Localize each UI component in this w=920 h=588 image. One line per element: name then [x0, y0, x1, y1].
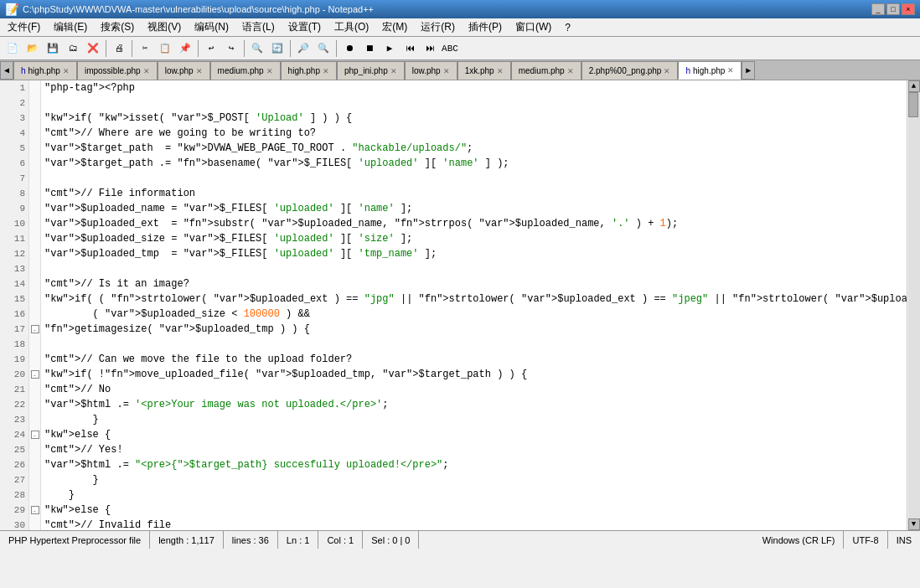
- menu-language[interactable]: 语言(L): [238, 19, 279, 35]
- line-number: 23: [0, 412, 25, 427]
- code-line: "var">$uploaded_size = "var">$_FILES[ 'u…: [44, 231, 907, 246]
- tab-label: medium.php: [218, 66, 264, 75]
- code-line: }: [44, 412, 907, 427]
- toolbar-separator-4: [244, 40, 245, 57]
- line-number: 4: [0, 126, 25, 141]
- tab-nav-left[interactable]: ◀: [0, 61, 13, 80]
- macro-next-button[interactable]: ⏭: [421, 39, 439, 58]
- close-button[interactable]: ❌: [84, 39, 102, 58]
- menu-window[interactable]: 窗口(W): [511, 19, 556, 35]
- editor: 1234567891011121314151617181920212223242…: [0, 80, 920, 530]
- tab-2-php-png[interactable]: 2.php%00_png.php ✕: [581, 61, 679, 80]
- replace-button[interactable]: 🔄: [268, 39, 287, 58]
- toolbar-separator-1: [106, 40, 106, 57]
- spellcheck-button[interactable]: ABC: [441, 39, 459, 58]
- tab-close-icon[interactable]: ✕: [497, 67, 504, 75]
- scroll-track[interactable]: [908, 92, 920, 518]
- status-bar: PHP Hypertext Preprocessor file length :…: [0, 530, 920, 549]
- minimize-button[interactable]: _: [871, 3, 885, 15]
- code-line: "cmt">// File information: [44, 186, 907, 201]
- line-number: 8: [0, 186, 25, 201]
- code-line: "var">$uploaded_name = "var">$_FILES[ 'u…: [44, 201, 907, 216]
- scroll-down-button[interactable]: ▼: [908, 518, 920, 530]
- code-line: ( "var">$uploaded_size < 100000 ) &&: [44, 307, 907, 322]
- tab-label: high.php: [288, 66, 320, 75]
- print-button[interactable]: 🖨: [110, 39, 128, 58]
- tab-php-ini[interactable]: php_ini.php ✕: [337, 61, 405, 80]
- tab-close-icon[interactable]: ✕: [63, 67, 70, 75]
- code-line: "cmt">// Yes!: [44, 442, 907, 457]
- tab-close-icon[interactable]: ✕: [443, 67, 450, 75]
- copy-button[interactable]: 📋: [156, 39, 174, 58]
- line-number: 28: [0, 487, 25, 503]
- tab-low-php-2[interactable]: low.php ✕: [405, 61, 457, 80]
- find-button[interactable]: 🔍: [248, 39, 266, 58]
- tab-high-php-active[interactable]: h high.php ✕: [678, 61, 742, 80]
- fold-cell: [29, 201, 40, 216]
- zoom-in-button[interactable]: 🔎: [294, 39, 313, 58]
- scroll-thumb[interactable]: [908, 92, 918, 117]
- code-area[interactable]: "php-tag"><?php "kw">if( "kw">isset( "va…: [41, 80, 907, 530]
- fold-marker[interactable]: -: [31, 325, 39, 333]
- menu-run[interactable]: 运行(R): [416, 19, 459, 35]
- menu-search[interactable]: 搜索(S): [96, 19, 138, 35]
- menu-plugins[interactable]: 插件(P): [464, 19, 506, 35]
- save-button[interactable]: 💾: [44, 39, 62, 58]
- code-line: [44, 337, 907, 352]
- tab-close-icon[interactable]: ✕: [390, 67, 397, 75]
- macro-record-button[interactable]: ⏺: [340, 39, 359, 58]
- menu-macro[interactable]: 宏(M): [378, 19, 411, 35]
- tab-icon: h: [685, 66, 690, 75]
- cut-button[interactable]: ✂: [136, 39, 154, 58]
- fold-cell: [29, 472, 40, 487]
- open-button[interactable]: 📂: [23, 39, 42, 58]
- tab-close-icon[interactable]: ✕: [664, 67, 670, 75]
- tab-close-icon[interactable]: ✕: [323, 67, 329, 75]
- menu-settings[interactable]: 设置(T): [284, 19, 325, 35]
- status-length: length : 1,117: [150, 531, 224, 549]
- fold-cell: [29, 186, 40, 201]
- maximize-button[interactable]: □: [886, 3, 900, 15]
- tab-high-php-1[interactable]: h high.php ✕: [13, 61, 77, 80]
- tab-medium-php-1[interactable]: medium.php ✕: [210, 61, 281, 80]
- window-controls[interactable]: _ □ ×: [871, 3, 915, 15]
- tab-impossible-php[interactable]: impossible.php ✕: [77, 61, 158, 80]
- redo-button[interactable]: ↪: [222, 39, 240, 58]
- menu-help[interactable]: ?: [561, 21, 575, 34]
- undo-button[interactable]: ↩: [202, 39, 220, 58]
- fold-cell: [29, 261, 40, 276]
- fold-marker[interactable]: -: [31, 506, 39, 514]
- zoom-out-button[interactable]: 🔍: [314, 39, 333, 58]
- tab-close-icon[interactable]: ✕: [266, 67, 273, 75]
- tab-medium-php-2[interactable]: medium.php ✕: [511, 61, 581, 80]
- line-number: 13: [0, 261, 25, 276]
- close-button[interactable]: ×: [902, 3, 915, 15]
- status-lines: lines : 36: [224, 531, 278, 549]
- tab-close-icon[interactable]: ✕: [143, 67, 150, 75]
- save-all-button[interactable]: 🗂: [64, 39, 82, 58]
- macro-prev-button[interactable]: ⏮: [401, 39, 419, 58]
- new-button[interactable]: 📄: [3, 39, 22, 58]
- menu-file[interactable]: 文件(F): [3, 19, 44, 35]
- tab-high-php-2[interactable]: high.php ✕: [281, 61, 337, 80]
- vertical-scrollbar[interactable]: ▲ ▼: [907, 80, 920, 530]
- fold-cell: [29, 352, 40, 367]
- macro-play-button[interactable]: ▶: [380, 39, 399, 58]
- fold-marker[interactable]: -: [31, 431, 39, 439]
- tab-close-icon[interactable]: ✕: [567, 67, 574, 75]
- scroll-up-button[interactable]: ▲: [908, 80, 920, 92]
- fold-marker[interactable]: -: [31, 370, 39, 379]
- line-number: 6: [0, 156, 25, 171]
- menu-encoding[interactable]: 编码(N): [190, 19, 233, 35]
- menu-tools[interactable]: 工具(O): [330, 19, 373, 35]
- tab-close-icon[interactable]: ✕: [727, 66, 734, 75]
- tab-low-php-1[interactable]: low.php ✕: [158, 61, 210, 80]
- tab-close-icon[interactable]: ✕: [196, 67, 203, 75]
- tab-label: high.php: [693, 66, 725, 75]
- paste-button[interactable]: 📌: [176, 39, 194, 58]
- macro-stop-button[interactable]: ⏹: [360, 39, 379, 58]
- tab-nav-right[interactable]: ▶: [742, 61, 755, 80]
- menu-view[interactable]: 视图(V): [143, 19, 185, 35]
- menu-edit[interactable]: 编辑(E): [49, 19, 91, 35]
- tab-1xk-php[interactable]: 1xk.php ✕: [457, 61, 511, 80]
